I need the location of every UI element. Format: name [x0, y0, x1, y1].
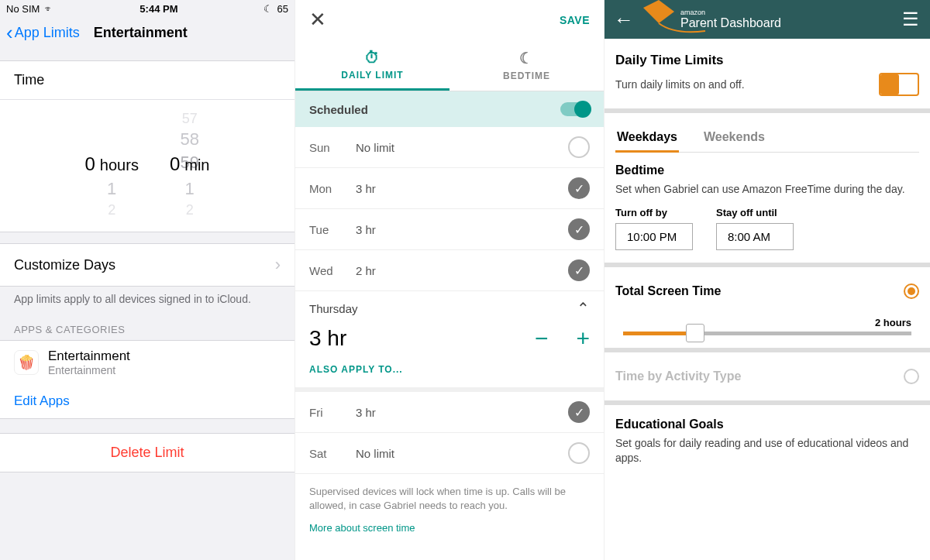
bedtime-desc: Set when Gabriel can use Amazon FreeTime… [615, 182, 919, 198]
category-row[interactable]: 🍿 Entertainment Entertainment [0, 341, 294, 384]
section-sub: Turn daily limits on and off. [615, 78, 745, 91]
page-title: Entertainment [94, 25, 188, 41]
customize-days-row[interactable]: Customize Days › [0, 244, 294, 286]
chevron-right-icon: › [275, 255, 281, 275]
ios-panel: No SIM ᯤ 5:44 PM ☾ 65 ‹ App Limits Enter… [0, 0, 294, 560]
carrier-label: No SIM [6, 3, 40, 15]
stopwatch-icon: ⏱ [295, 49, 450, 67]
brand-small: amazon [680, 9, 781, 16]
divider [604, 348, 930, 352]
minutes-column[interactable]: 57 58 59 0min 1 2 [170, 109, 210, 219]
delete-limit-button[interactable]: Delete Limit [0, 433, 294, 472]
check-icon[interactable] [568, 442, 590, 464]
save-button[interactable]: SAVE [560, 14, 590, 26]
screen-time-radio[interactable] [904, 283, 919, 299]
expanded-day-header[interactable]: Thursday ⌃ [295, 291, 604, 321]
slider-thumb[interactable] [686, 324, 704, 342]
limits-toggle[interactable] [879, 73, 919, 96]
status-bar: No SIM ᯤ 5:44 PM ☾ 65 [0, 0, 294, 16]
day-row-tue[interactable]: Tue 3 hr ✓ [295, 209, 604, 250]
stay-off-label: Stay off until [716, 207, 794, 218]
category-sub: Entertainment [48, 364, 130, 376]
clock: 5:44 PM [54, 3, 263, 15]
amazon-panel: ← amazon Parent Dashboard ☰ Daily Time L… [604, 0, 930, 560]
day-row-fri[interactable]: Fri 3 hr ✓ [295, 392, 604, 433]
moon-icon: ☾ [264, 3, 273, 15]
nav-bar: ‹ App Limits Entertainment [0, 16, 294, 53]
hours-column[interactable]: 0hours 1 2 [85, 109, 139, 219]
more-link[interactable]: More about screen time [295, 517, 604, 538]
scheduled-toggle[interactable] [560, 102, 590, 116]
check-icon[interactable]: ✓ [568, 259, 590, 281]
section-title: Daily Time Limits [615, 53, 919, 68]
back-icon[interactable]: ← [614, 8, 634, 32]
tab-weekdays[interactable]: Weekdays [615, 125, 679, 152]
expanded-day-value: 3 hr − + [295, 321, 604, 356]
check-icon[interactable]: ✓ [568, 218, 590, 240]
icloud-caption: App limits apply to all devices signed i… [0, 287, 294, 316]
screen-time-title: Total Screen Time [615, 284, 721, 298]
tab-weekends[interactable]: Weekends [702, 125, 766, 152]
turn-off-input[interactable]: 10:00 PM [615, 223, 693, 250]
screen-time-slider[interactable]: 2 hours [623, 317, 911, 335]
tab-bar: ⏱ DAILY LIMIT ☾ BEDTIME [295, 40, 604, 91]
day-row-sun[interactable]: Sun No limit [295, 127, 604, 168]
battery-pct: 65 [277, 3, 288, 15]
goals-desc: Set goals for daily reading and use of e… [615, 436, 919, 466]
wifi-icon: ᯤ [44, 3, 54, 15]
close-icon[interactable]: ✕ [309, 8, 326, 32]
divider [604, 400, 930, 405]
footer-note: Supervised devices will lock when time i… [295, 474, 604, 517]
check-icon[interactable]: ✓ [568, 177, 590, 199]
plus-button[interactable]: + [576, 325, 590, 352]
day-row-mon[interactable]: Mon 3 hr ✓ [295, 168, 604, 209]
back-button[interactable]: ‹ App Limits [6, 21, 80, 45]
activity-type-radio[interactable] [904, 369, 919, 384]
google-panel: ✕ SAVE ⏱ DAILY LIMIT ☾ BEDTIME Scheduled… [294, 0, 604, 560]
edit-apps-link[interactable]: Edit Apps [0, 384, 294, 418]
minus-button[interactable]: − [535, 325, 549, 352]
chevron-left-icon: ‹ [6, 21, 13, 45]
back-label: App Limits [15, 25, 80, 41]
also-apply-link[interactable]: ALSO APPLY TO... [295, 356, 604, 387]
tab-bedtime[interactable]: ☾ BEDTIME [450, 40, 604, 91]
moon-icon: ☾ [450, 49, 604, 67]
stay-off-input[interactable]: 8:00 AM [716, 223, 794, 250]
day-row-sat[interactable]: Sat No limit [295, 433, 604, 474]
popcorn-icon: 🍿 [14, 350, 39, 375]
tab-daily-limit[interactable]: ⏱ DAILY LIMIT [295, 40, 450, 91]
day-row-wed[interactable]: Wed 2 hr ✓ [295, 250, 604, 291]
goals-title: Educational Goals [615, 417, 919, 431]
turn-off-label: Turn off by [615, 207, 693, 218]
divider [604, 108, 930, 113]
check-icon[interactable] [568, 136, 590, 158]
divider [604, 263, 930, 267]
header-bar: ← amazon Parent Dashboard ☰ [604, 0, 930, 39]
category-name: Entertainment [48, 349, 130, 364]
time-header: Time [0, 61, 294, 100]
scheduled-row: Scheduled [295, 91, 604, 127]
activity-type-title: Time by Activity Type [615, 369, 741, 383]
group-header: APPS & CATEGORIES [0, 316, 294, 340]
slider-value: 2 hours [623, 317, 911, 328]
time-section: Time 0hours 1 2 57 58 59 0min 1 2 [0, 60, 294, 232]
chevron-up-icon: ⌃ [577, 299, 590, 318]
brand-title: Parent Dashboard [680, 16, 781, 30]
time-picker[interactable]: 0hours 1 2 57 58 59 0min 1 2 [0, 100, 294, 232]
menu-icon[interactable]: ☰ [902, 9, 919, 30]
check-icon[interactable]: ✓ [568, 401, 590, 423]
bedtime-title: Bedtime [615, 163, 919, 177]
